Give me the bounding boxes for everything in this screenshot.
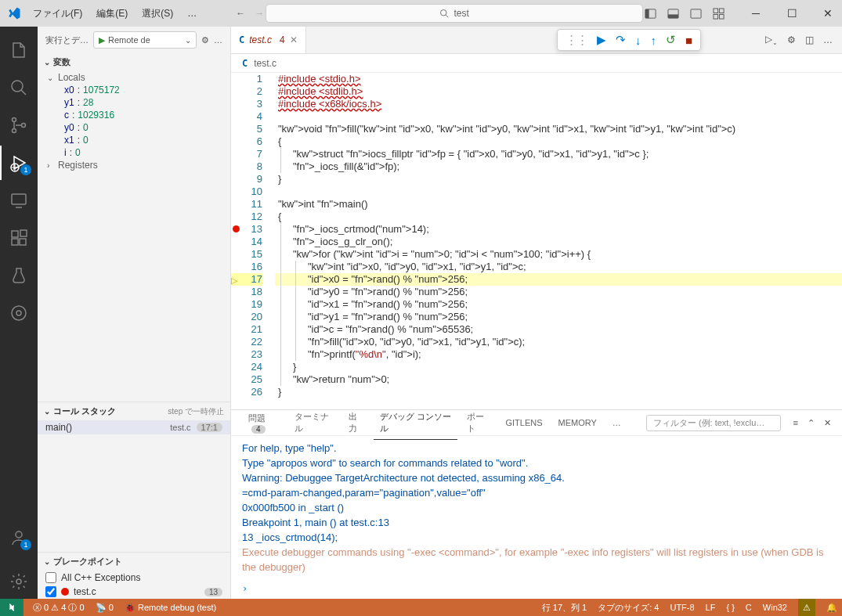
more-icon[interactable]: … [823, 34, 833, 45]
debug-toolbar[interactable]: ⋮⋮ ▶ ↷ ↓ ↑ ↺ ■ [557, 29, 701, 51]
panel-tab-problems[interactable]: 問題4 [242, 408, 285, 438]
clear-icon[interactable]: ≡ [793, 418, 798, 427]
window-minimize-icon[interactable]: ─ [745, 7, 767, 20]
layout-panel-icon[interactable] [667, 8, 679, 20]
variable-row[interactable]: y1: 28 [38, 96, 230, 109]
menu-more[interactable]: … [181, 5, 203, 22]
section-breakpoints[interactable]: ⌄ ブレークポイント [38, 553, 230, 571]
command-center-search[interactable]: test [266, 4, 643, 23]
drag-handle-icon[interactable]: ⋮⋮ [566, 33, 587, 47]
section-variables[interactable]: ⌄ 変数 [38, 53, 230, 71]
svg-point-26 [16, 311, 21, 315]
layout-customize-icon[interactable] [713, 8, 725, 20]
activity-search-icon[interactable] [0, 70, 38, 105]
svg-rect-3 [645, 9, 649, 17]
panel-tab-output[interactable]: 出力 [342, 406, 370, 439]
variable-row[interactable]: y0: 0 [38, 121, 230, 134]
section-callstack[interactable]: ⌄ コール スタック step で一時停止 [38, 402, 230, 420]
panel-tab-gitlens[interactable]: GITLENS [499, 413, 548, 432]
run-icon[interactable]: ▷⌄ [765, 34, 778, 46]
bp-all-exceptions[interactable]: All C++ Exceptions [38, 571, 230, 585]
status-eol[interactable]: LF [706, 603, 716, 612]
svg-point-28 [16, 579, 21, 584]
panel-tab-debug-console[interactable]: デバッグ コンソール [374, 406, 457, 440]
scope-locals[interactable]: ⌄ Locals [38, 71, 230, 84]
chevron-up-icon[interactable]: ⌃ [808, 418, 815, 428]
breadcrumb[interactable]: C test.c [231, 54, 842, 73]
run-config-select[interactable]: ▶ Remote de ⌄ [93, 31, 197, 49]
status-bell-icon[interactable]: 🔔 [826, 603, 837, 613]
callstack-frame[interactable]: main() test.c 17:1 [38, 420, 230, 434]
debug-console-output[interactable]: For help, type "help".Type "apropos word… [231, 436, 842, 582]
step-out-icon[interactable]: ↑ [650, 34, 656, 47]
status-platform[interactable]: Win32 [763, 603, 787, 612]
restart-icon[interactable]: ↺ [666, 33, 676, 47]
debug-sidebar: 実行とデ… ▶ Remote de ⌄ ⚙ … ⌄ 変数 ⌄ Locals x0… [38, 27, 231, 599]
editor-tab[interactable]: C test.c 4 ✕ [231, 27, 306, 53]
status-radio[interactable]: 📡 0 [96, 603, 114, 613]
close-icon[interactable]: ✕ [290, 34, 298, 45]
svg-point-13 [13, 118, 16, 122]
status-cursor[interactable]: 行 17、列 1 [542, 602, 587, 614]
vscode-logo-icon [3, 6, 25, 20]
variable-row[interactable]: i: 0 [38, 146, 230, 159]
layout-sidebar-left-icon[interactable] [645, 8, 656, 20]
status-encoding[interactable]: UTF-8 [670, 603, 694, 612]
svg-rect-22 [12, 239, 18, 245]
menu-select[interactable]: 選択(S) [136, 4, 179, 23]
layout-sidebar-right-icon[interactable] [690, 8, 702, 20]
title-bar: ファイル(F) 編集(E) 選択(S) … ← → test ─ ☐ ✕ [0, 0, 842, 27]
split-editor-icon[interactable]: ◫ [805, 34, 814, 45]
activity-debug-badge: 1 [20, 164, 31, 175]
scope-registers[interactable]: › Registers [38, 159, 230, 171]
status-language[interactable]: C [746, 603, 752, 612]
activity-account-icon[interactable]: 1 [0, 521, 38, 555]
menu-edit[interactable]: 編集(E) [90, 4, 134, 23]
status-bar: ⓧ 0 ⚠ 4 ⓘ 0 📡 0 🐞 Remote debug (test) 行 … [0, 599, 842, 616]
status-lang-brace: { } [726, 603, 734, 612]
activity-remote-icon[interactable] [0, 183, 38, 218]
code-editor[interactable]: 1234567891011121314151617▷18192021222324… [231, 73, 842, 409]
step-into-icon[interactable]: ↓ [635, 34, 641, 47]
activity-settings-icon[interactable] [0, 564, 38, 599]
close-icon[interactable]: ✕ [824, 418, 831, 428]
nav-back-icon[interactable]: ← [236, 8, 245, 19]
window-close-icon[interactable]: ✕ [817, 7, 839, 20]
step-over-icon[interactable]: ↷ [616, 33, 626, 47]
menu-file[interactable]: ファイル(F) [27, 4, 89, 23]
panel-filter-input[interactable]: フィルター (例: text, !exclu… [646, 415, 781, 431]
more-icon[interactable]: … [214, 35, 222, 45]
activity-gitlens-icon[interactable] [0, 296, 38, 330]
panel-tab-memory[interactable]: MEMORY [552, 413, 603, 432]
continue-icon[interactable]: ▶ [597, 33, 606, 47]
chevron-right-icon: › [47, 161, 55, 170]
gear-icon[interactable]: ⚙ [201, 35, 209, 45]
activity-extensions-icon[interactable] [0, 221, 38, 255]
status-warning-icon[interactable]: ⚠ [798, 599, 815, 616]
debug-console-input[interactable]: › [231, 582, 842, 599]
gear-icon[interactable]: ⚙ [787, 34, 796, 45]
status-tabsize[interactable]: タブのサイズ: 4 [598, 602, 659, 614]
variable-row[interactable]: x1: 0 [38, 134, 230, 146]
status-errors[interactable]: ⓧ 0 ⚠ 4 ⓘ 0 [33, 602, 85, 614]
activity-bar: 1 1 [0, 27, 38, 599]
bp-checkbox[interactable] [45, 586, 56, 597]
window-maximize-icon[interactable]: ☐ [781, 7, 803, 20]
panel-tab-terminal[interactable]: ターミナル [288, 406, 339, 439]
stop-icon[interactable]: ■ [685, 34, 692, 47]
panel-tab-ports[interactable]: ポート [461, 406, 497, 439]
bp-item[interactable]: test.c 13 [38, 585, 230, 599]
activity-scm-icon[interactable] [0, 108, 38, 142]
variable-row[interactable]: x0: 1075172 [38, 84, 230, 96]
remote-indicator[interactable] [0, 599, 23, 616]
svg-line-1 [446, 15, 449, 17]
activity-test-icon[interactable] [0, 258, 38, 293]
search-icon [439, 9, 449, 18]
status-debug-target[interactable]: 🐞 Remote debug (test) [125, 603, 216, 613]
bp-checkbox[interactable] [45, 572, 56, 583]
activity-explorer-icon[interactable] [0, 33, 38, 67]
activity-debug-icon[interactable]: 1 [0, 146, 38, 180]
chevron-down-icon: ⌄ [185, 36, 191, 45]
panel-tab-more[interactable]: … [606, 413, 627, 432]
variable-row[interactable]: c: 1029316 [38, 109, 230, 121]
